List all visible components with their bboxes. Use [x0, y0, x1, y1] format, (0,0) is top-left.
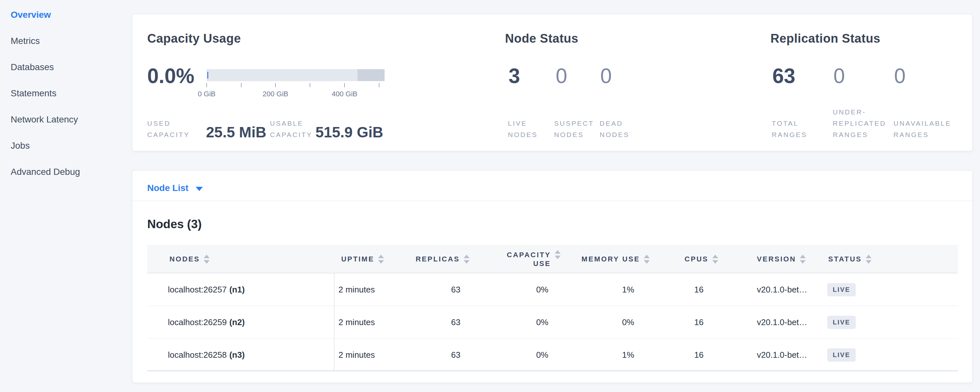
sort-icon: [644, 255, 650, 264]
sidebar-item-jobs[interactable]: Jobs: [11, 140, 132, 151]
column-header-capacity-use[interactable]: CAPACITY USE: [507, 245, 560, 273]
under-replicated-ranges-count: 0: [834, 65, 845, 87]
capacity-nonusable-segment: [358, 69, 385, 81]
node-address-link[interactable]: localhost:26259 (n2): [168, 306, 245, 339]
column-header-status[interactable]: STATUS: [828, 245, 872, 273]
table-row[interactable]: localhost:26257 (n1) 2 minutes 63 0% 1% …: [147, 273, 958, 306]
column-header-version[interactable]: VERSION: [757, 245, 806, 273]
dead-nodes-label: DEAD NODES: [600, 104, 629, 140]
axis-tick: [206, 83, 207, 87]
status-cell: LIVE: [827, 306, 856, 339]
sidebar-item-network-latency[interactable]: Network Latency: [11, 114, 132, 125]
axis-label-200gib: 200 GiB: [247, 89, 304, 99]
sort-icon: [866, 255, 872, 264]
unavailable-ranges-count: 0: [894, 65, 906, 87]
used-capacity-label: USED CAPACITY: [147, 104, 189, 140]
table-row[interactable]: localhost:26258 (n3) 2 minutes 63 0% 1% …: [147, 339, 958, 371]
uptime-cell: 2 minutes: [339, 306, 375, 339]
node-address-link[interactable]: localhost:26257 (n1): [168, 273, 245, 306]
status-cell: LIVE: [827, 273, 856, 306]
suspect-nodes-count: 0: [556, 65, 567, 87]
uptime-cell: 2 minutes: [339, 273, 375, 306]
nodes-section-title: Nodes (3): [147, 217, 202, 231]
sidebar-item-overview[interactable]: Overview: [11, 9, 132, 21]
node-list-dropdown-label: Node List: [147, 183, 189, 193]
suspect-nodes-label: SUSPECT NODES: [554, 104, 594, 140]
chevron-down-icon: [196, 187, 203, 191]
sort-icon: [204, 255, 210, 264]
replication-status-title: Replication Status: [770, 32, 881, 46]
column-header-uptime[interactable]: UPTIME: [341, 245, 384, 273]
sidebar-item-metrics[interactable]: Metrics: [11, 35, 132, 47]
column-header-cpus[interactable]: CPUS: [684, 245, 718, 273]
live-nodes-count: 3: [509, 65, 520, 87]
cpus-cell: 16: [694, 339, 703, 371]
nodes-table-body: localhost:26257 (n1) 2 minutes 63 0% 1% …: [147, 273, 958, 371]
divider: [132, 201, 972, 201]
column-header-replicas[interactable]: REPLICAS: [415, 245, 469, 273]
axis-tick: [344, 83, 345, 87]
used-capacity-value: 25.5 MiB: [206, 123, 266, 141]
sidebar-item-statements[interactable]: Statements: [11, 88, 132, 99]
capacity-use-cell: 0%: [536, 339, 548, 371]
status-badge: LIVE: [827, 348, 856, 362]
axis-tick: [241, 83, 242, 87]
capacity-usage-bar: [207, 69, 385, 81]
sort-icon: [464, 255, 469, 264]
replicas-cell: 63: [451, 273, 460, 306]
status-badge: LIVE: [827, 283, 856, 296]
table-row[interactable]: localhost:26259 (n2) 2 minutes 63 0% 0% …: [147, 306, 958, 339]
memory-use-cell: 1%: [622, 273, 634, 306]
version-cell: v20.1.0-bet…: [757, 306, 807, 339]
version-cell: v20.1.0-bet…: [757, 339, 807, 371]
usable-capacity-value: 515.9 GiB: [315, 123, 383, 141]
axis-tick: [310, 83, 310, 87]
column-header-memory-use[interactable]: MEMORY USE: [582, 245, 650, 273]
unavailable-ranges-label: UNAVAILABLE RANGES: [894, 104, 951, 140]
capacity-used-percent: 0.0%: [147, 65, 194, 87]
cluster-summary-card: Capacity Usage 0.0% 0 GiB 200 GiB 400 Gi…: [132, 14, 972, 151]
cpus-cell: 16: [694, 273, 703, 306]
capacity-use-cell: 0%: [536, 306, 548, 339]
sidebar-nav: Overview Metrics Databases Statements Ne…: [0, 0, 132, 392]
replicas-cell: 63: [451, 306, 460, 339]
sort-icon: [712, 255, 718, 264]
sort-icon: [378, 255, 384, 264]
replicas-cell: 63: [451, 339, 460, 371]
uptime-cell: 2 minutes: [339, 339, 375, 371]
sidebar-item-advanced-debug[interactable]: Advanced Debug: [11, 166, 132, 178]
under-replicated-ranges-label: UNDER- REPLICATED RANGES: [833, 104, 886, 140]
dead-nodes-count: 0: [600, 65, 612, 87]
capacity-used-segment: [207, 72, 208, 78]
usable-capacity-label: USABLE CAPACITY: [270, 104, 312, 140]
version-cell: v20.1.0-bet…: [757, 273, 807, 306]
node-status-title: Node Status: [505, 32, 578, 46]
axis-tick: [379, 83, 379, 87]
capacity-use-cell: 0%: [536, 273, 548, 306]
capacity-usage-title: Capacity Usage: [147, 32, 241, 46]
node-list-dropdown[interactable]: Node List: [147, 183, 203, 193]
axis-tick: [275, 83, 276, 87]
memory-use-cell: 0%: [622, 306, 634, 339]
memory-use-cell: 1%: [622, 339, 634, 371]
status-badge: LIVE: [827, 316, 856, 329]
column-header-nodes[interactable]: NODES: [170, 245, 210, 273]
total-ranges-label: TOTAL RANGES: [772, 104, 807, 140]
live-nodes-label: LIVE NODES: [508, 104, 538, 140]
sidebar-item-databases[interactable]: Databases: [11, 61, 132, 73]
axis-label-0gib: 0 GiB: [178, 89, 236, 99]
axis-label-400gib: 400 GiB: [315, 89, 374, 99]
status-cell: LIVE: [827, 339, 856, 371]
node-list-card: Node List Nodes (3) NODES UPTIME REPLICA…: [132, 170, 972, 383]
cpus-cell: 16: [694, 306, 703, 339]
nodes-table-header: NODES UPTIME REPLICAS CAPACITY USE MEMOR…: [147, 245, 958, 273]
total-ranges-count: 63: [772, 65, 795, 87]
node-address-link[interactable]: localhost:26258 (n3): [168, 339, 245, 371]
sort-icon: [555, 250, 560, 259]
sort-icon: [800, 255, 806, 264]
